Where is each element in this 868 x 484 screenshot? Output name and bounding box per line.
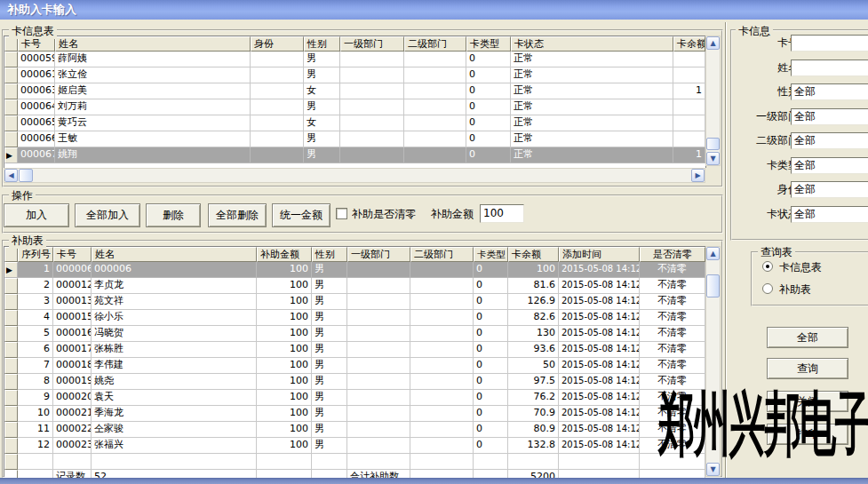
subsidy-input-window: 补助入卡输入 卡信息表 卡号 姓名 身份 性别 一级部门 二级部门 卡类型 卡状… [0, 0, 868, 484]
card-grid-vscrollbar[interactable]: ▲ ▼ [705, 36, 721, 166]
cell-seq: 7 [18, 358, 53, 374]
clear-subsidy-checkbox-label: 补助是否清零 [352, 206, 422, 222]
clear-subsidy-checkbox[interactable] [336, 208, 347, 219]
cell-dept1 [340, 83, 404, 99]
column-header[interactable]: 卡类型 [474, 247, 508, 262]
column-header[interactable]: 卡状态 [511, 36, 673, 52]
column-header[interactable]: 姓名 [92, 247, 257, 262]
scroll-up-icon[interactable]: ▲ [706, 36, 720, 50]
cell-amount: 100 [257, 310, 312, 326]
scroll-up-icon[interactable]: ▲ [706, 247, 720, 260]
delete-button[interactable]: 删除 [146, 203, 201, 227]
cell-gender: 男 [304, 52, 340, 67]
scroll-right-icon[interactable]: ▶ [691, 169, 705, 182]
scroll-left-icon[interactable]: ◀ [4, 169, 18, 182]
cell-clear-flag: 不清零 [640, 342, 705, 358]
add-all-button[interactable]: 全部加入 [75, 203, 140, 227]
row-indicator [4, 310, 18, 326]
field-input[interactable]: 全部 [791, 132, 868, 149]
cell-card-type: 0 [466, 52, 511, 67]
all-button[interactable]: 全部 [767, 327, 848, 348]
row-indicator [4, 278, 18, 294]
card-table-row[interactable]: 000064 刘万莉 男 0 正常 [4, 99, 705, 115]
cell-card-type: 0 [474, 342, 508, 358]
cell-dept2 [410, 262, 474, 278]
subsidy-table-row[interactable]: 12 000023 张福兴 100 男 0 132.8 2015-05-08 1… [4, 438, 705, 454]
cell-time: 2015-05-08 14:12: [559, 390, 640, 406]
subsidy-table-row[interactable]: 4 000015 徐小乐 100 男 0 82.6 2015-05-08 14:… [4, 310, 705, 326]
field-input[interactable] [791, 35, 868, 52]
field-input[interactable]: 全部 [791, 108, 868, 125]
column-header[interactable]: 性别 [312, 247, 347, 262]
subsidy-table-row[interactable]: 8 000019 姚尧 100 男 0 97.5 2015-05-08 14:1… [4, 374, 705, 390]
cell-dept2 [404, 99, 466, 115]
subsidy-amount-input[interactable]: 100 [480, 204, 524, 223]
column-header[interactable]: 身份 [251, 36, 304, 52]
card-table-row[interactable]: 000059 薛阿姨 男 0 正常 [4, 52, 705, 67]
subsidy-table-row[interactable]: 1 000006 000006 100 男 0 100 2015-05-08 1… [4, 262, 705, 278]
column-header[interactable]: 卡余额 [673, 36, 705, 52]
cell-time: 2015-05-08 14:12: [559, 358, 640, 374]
column-header[interactable]: 是否清零 [640, 247, 705, 262]
cell-amount: 100 [257, 406, 312, 422]
uniform-amount-button[interactable]: 统一金额 [272, 203, 330, 227]
column-header[interactable]: 二级部门 [404, 36, 466, 52]
column-header[interactable]: 序列号 [18, 247, 53, 262]
add-button[interactable]: 加入 [4, 203, 69, 227]
field-input[interactable]: 全部 [791, 157, 868, 174]
cell-balance: 97.5 [508, 374, 559, 390]
cell-name: 张栋胜 [92, 342, 257, 358]
column-header[interactable]: 二级部门 [410, 247, 474, 262]
cell-time: 2015-05-08 14:12: [559, 406, 640, 422]
field-input[interactable]: 全部 [791, 206, 868, 223]
field-input[interactable]: 全部 [791, 83, 868, 100]
cell-card-type: 0 [466, 99, 511, 115]
subsidy-table-row[interactable]: 7 000018 李伟建 100 男 0 50 2015-05-08 14:12… [4, 358, 705, 374]
column-header[interactable]: 姓名 [55, 36, 251, 52]
column-header[interactable]: 卡类型 [466, 36, 511, 52]
card-grid-hscrollbar[interactable]: ◀ ▶ [4, 168, 705, 183]
column-header[interactable]: 添加时间 [559, 247, 640, 262]
column-header[interactable]: 卡余额 [508, 247, 559, 262]
scroll-thumb[interactable] [706, 274, 720, 298]
subsidy-table-row[interactable]: 2 000012 李贞龙 100 男 0 81.6 2015-05-08 14:… [4, 278, 705, 294]
delete-all-button[interactable]: 全部删除 [208, 203, 267, 227]
card-table-row[interactable]: 000066 王敏 男 0 正常 [4, 131, 705, 147]
subsidy-table-row[interactable]: 10 000021 季海龙 100 男 0 70.9 2015-05-08 14… [4, 406, 705, 422]
subsidy-table-row[interactable]: 11 000022 仝家骏 100 男 0 80.9 2015-05-08 14… [4, 422, 705, 438]
row-indicator [4, 390, 18, 406]
cell-dept2 [410, 390, 474, 406]
subsidy-table-row[interactable]: 3 000013 苑文祥 100 男 0 126.9 2015-05-08 14… [4, 294, 705, 310]
subsidy-table-row[interactable]: 5 000016 冯晓贺 100 男 0 130 2015-05-08 14:1… [4, 326, 705, 342]
scroll-down-icon[interactable]: ▼ [706, 152, 720, 165]
cell-card-type: 0 [466, 147, 511, 163]
card-table-row[interactable]: 000061 张立俭 男 0 正常 [4, 67, 705, 83]
cell-balance: 82.6 [508, 310, 559, 326]
column-header[interactable]: 一级部门 [340, 36, 404, 52]
card-table-row[interactable]: 000067 姚翔 男 0 正常 1 [4, 147, 705, 163]
card-info-field: 二级部门 全部 [730, 132, 868, 149]
query-button[interactable]: 查询 [767, 358, 848, 379]
subsidy-table-row[interactable]: 9 000020 袁天 100 男 0 76.2 2015-05-08 14:1… [4, 390, 705, 406]
scroll-thumb[interactable] [706, 138, 720, 150]
subsidy-amount-label: 补助金额 [431, 206, 474, 222]
column-header[interactable]: 卡号 [53, 247, 92, 262]
column-header[interactable]: 补助金额 [257, 247, 312, 262]
field-label: 身份 [737, 182, 799, 197]
field-input[interactable]: 全部 [791, 181, 868, 198]
cell-amount: 100 [257, 422, 312, 438]
field-label: 卡类型 [737, 158, 799, 173]
scroll-thumb[interactable] [19, 169, 33, 182]
card-table-row[interactable]: 000063 姬启美 女 0 正常 1 [4, 83, 705, 99]
card-table-row[interactable]: 000065 黄巧云 女 0 正常 [4, 115, 705, 131]
column-header[interactable]: 性别 [304, 36, 340, 52]
cell-dept2 [410, 326, 474, 342]
column-header[interactable]: 一级部门 [347, 247, 410, 262]
cell-status: 正常 [511, 115, 673, 131]
cell-seq: 2 [18, 278, 53, 294]
field-input[interactable] [791, 60, 868, 76]
cell-balance: 50 [508, 358, 559, 374]
cell-balance [673, 99, 705, 115]
cell-name: 姚翔 [55, 147, 251, 163]
subsidy-table-row[interactable]: 6 000017 张栋胜 100 男 0 93.6 2015-05-08 14:… [4, 342, 705, 358]
